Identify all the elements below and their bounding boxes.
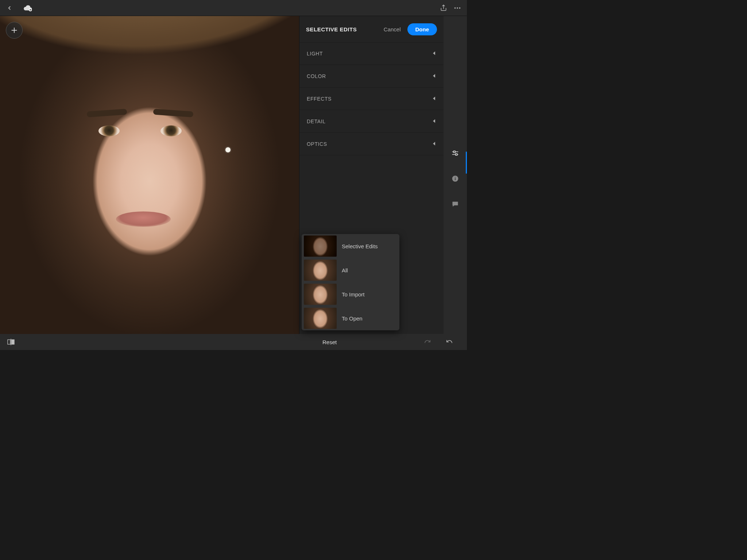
top-bar (0, 0, 467, 16)
reset-option-label: To Import (342, 291, 365, 298)
preview-thumbnail (304, 236, 337, 257)
svg-marker-10 (433, 119, 435, 123)
cancel-button[interactable]: Cancel (384, 26, 401, 32)
section-label: EFFECTS (307, 96, 332, 102)
redo-button[interactable] (422, 336, 433, 348)
reset-option-label: All (342, 267, 348, 273)
more-button[interactable] (452, 2, 463, 14)
section-list: LIGHT COLOR EFFECTS DETAIL (299, 42, 444, 155)
reset-option-label: To Open (342, 315, 363, 322)
panel-title: SELECTIVE EDITS (306, 26, 357, 32)
svg-rect-17 (455, 178, 456, 180)
svg-marker-9 (433, 97, 435, 100)
preview-thumbnail (304, 284, 337, 305)
chevron-left-icon (433, 50, 436, 57)
bottom-bar: Reset (0, 334, 467, 350)
done-button[interactable]: Done (407, 23, 437, 35)
comment-icon[interactable] (449, 198, 461, 210)
reset-option-label: Selective Edits (342, 243, 378, 249)
chevron-left-icon (433, 96, 436, 102)
chevron-left-icon (433, 73, 436, 79)
preview-thumbnail (304, 260, 337, 281)
panel-header: SELECTIVE EDITS Cancel Done (299, 16, 444, 42)
adjust-sliders-icon[interactable] (449, 147, 461, 159)
undo-button[interactable] (444, 336, 455, 348)
svg-rect-18 (455, 177, 456, 178)
svg-point-4 (459, 7, 461, 9)
section-optics[interactable]: OPTICS (299, 133, 444, 155)
svg-rect-20 (12, 340, 14, 345)
reset-option-all[interactable]: All (302, 258, 399, 282)
info-icon[interactable] (449, 173, 461, 184)
photo-preview (0, 16, 299, 334)
section-effects[interactable]: EFFECTS (299, 88, 444, 110)
cloud-sync-icon[interactable] (22, 2, 34, 14)
section-label: LIGHT (307, 51, 323, 57)
reset-option-to-import[interactable]: To Import (302, 282, 399, 306)
active-indicator (466, 152, 467, 174)
chevron-left-icon (433, 141, 436, 147)
svg-rect-19 (8, 340, 10, 345)
main-area: SELECTIVE EDITS Cancel Done LIGHT COLOR … (0, 16, 467, 334)
back-button[interactable] (4, 2, 15, 14)
section-detail[interactable]: DETAIL (299, 110, 444, 133)
svg-point-2 (454, 7, 456, 9)
chevron-left-icon (433, 118, 436, 125)
reset-option-to-open[interactable]: To Open (302, 306, 399, 330)
section-label: COLOR (307, 73, 326, 79)
svg-marker-11 (433, 142, 435, 145)
svg-rect-15 (456, 153, 457, 155)
right-rail (444, 16, 467, 334)
share-button[interactable] (438, 2, 449, 14)
section-label: DETAIL (307, 118, 326, 124)
section-label: OPTICS (307, 141, 327, 147)
section-light[interactable]: LIGHT (299, 42, 444, 65)
canvas[interactable] (0, 16, 299, 334)
svg-point-3 (457, 7, 458, 9)
compare-before-after-icon[interactable] (5, 336, 17, 348)
svg-rect-14 (453, 151, 455, 153)
preview-thumbnail (304, 308, 337, 329)
svg-marker-7 (433, 51, 435, 55)
section-color[interactable]: COLOR (299, 65, 444, 88)
add-selective-edit-button[interactable] (6, 22, 23, 39)
edit-panel: SELECTIVE EDITS Cancel Done LIGHT COLOR … (299, 16, 444, 334)
svg-marker-8 (433, 74, 435, 78)
reset-option-selective-edits[interactable]: Selective Edits (302, 234, 399, 258)
reset-button[interactable]: Reset (322, 339, 337, 345)
reset-menu: Selective Edits All To Import To Open (302, 234, 399, 330)
